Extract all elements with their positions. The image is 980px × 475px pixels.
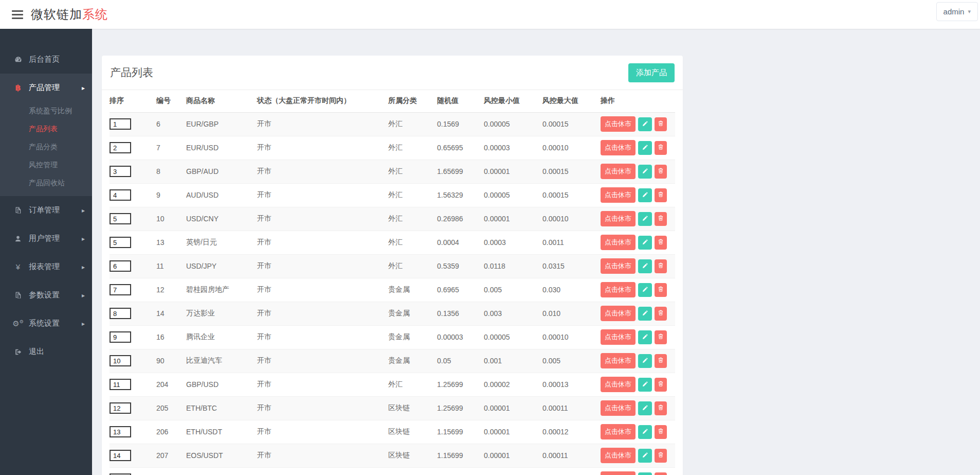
- sort-input[interactable]: [110, 284, 131, 295]
- sort-input[interactable]: [110, 331, 131, 343]
- delete-button[interactable]: [655, 449, 667, 463]
- delete-button[interactable]: [655, 425, 667, 439]
- close-market-button[interactable]: 点击休市: [601, 448, 636, 463]
- edit-button[interactable]: [638, 307, 652, 321]
- menu-toggle-icon[interactable]: [12, 8, 23, 21]
- sort-input[interactable]: [110, 355, 131, 366]
- sidebar-subitem[interactable]: 风控管理: [0, 156, 92, 174]
- sidebar-item[interactable]: 用户管理▸: [0, 224, 92, 253]
- close-market-button[interactable]: 点击休市: [601, 353, 636, 368]
- delete-button[interactable]: [655, 117, 667, 131]
- sidebar-item[interactable]: 后台首页: [0, 45, 92, 74]
- category-cell: 外汇: [388, 112, 437, 136]
- edit-button[interactable]: [638, 117, 652, 131]
- caret-right-icon: ▸: [82, 235, 85, 242]
- delete-button[interactable]: [655, 401, 667, 415]
- sort-input[interactable]: [110, 213, 131, 224]
- edit-button[interactable]: [638, 472, 652, 475]
- random-cell: 1.56329: [437, 183, 484, 207]
- close-market-button[interactable]: 点击休市: [601, 424, 636, 439]
- pencil-icon: [642, 310, 648, 318]
- sort-input[interactable]: [110, 308, 131, 319]
- card-header: 产品列表 添加产品: [102, 56, 683, 90]
- sort-input[interactable]: [110, 166, 131, 177]
- close-market-button[interactable]: 点击休市: [601, 164, 636, 179]
- sort-cell: [110, 444, 156, 467]
- close-market-button[interactable]: 点击休市: [601, 377, 636, 392]
- close-market-button[interactable]: 点击休市: [601, 400, 636, 416]
- delete-button[interactable]: [655, 188, 667, 202]
- edit-button[interactable]: [638, 330, 652, 344]
- trash-icon: [658, 333, 664, 341]
- category-cell: 外汇: [388, 136, 437, 160]
- add-product-button[interactable]: 添加产品: [628, 63, 675, 82]
- close-market-button[interactable]: 点击休市: [601, 116, 636, 132]
- edit-button[interactable]: [638, 401, 652, 415]
- close-market-button[interactable]: 点击休市: [601, 258, 636, 274]
- edit-button[interactable]: [638, 354, 652, 368]
- app-logo[interactable]: 微软链加系统: [31, 6, 108, 23]
- edit-button[interactable]: [638, 449, 652, 463]
- sort-input[interactable]: [110, 379, 131, 390]
- delete-button[interactable]: [655, 141, 667, 155]
- edit-button[interactable]: [638, 212, 652, 226]
- sort-input[interactable]: [110, 450, 131, 461]
- sidebar-item[interactable]: ฿产品管理▸: [0, 74, 92, 102]
- sort-input[interactable]: [110, 237, 131, 248]
- close-market-button[interactable]: 点击休市: [601, 329, 636, 345]
- sidebar-subitem[interactable]: 系统盈亏比例: [0, 102, 92, 120]
- sidebar-item[interactable]: ¥报表管理▸: [0, 253, 92, 281]
- delete-button[interactable]: [655, 283, 667, 297]
- sort-input[interactable]: [110, 142, 131, 153]
- delete-button[interactable]: [655, 165, 667, 179]
- column-header: 排序: [110, 90, 156, 112]
- sidebar-item[interactable]: 参数设置▸: [0, 281, 92, 309]
- user-menu[interactable]: admin ▾: [936, 2, 978, 21]
- main-content: 产品列表 添加产品 排序编号商品名称状态（大盘正常开市时间内）所属分类随机值风控…: [92, 29, 980, 475]
- edit-button[interactable]: [638, 425, 652, 439]
- delete-button[interactable]: [655, 378, 667, 392]
- sort-input[interactable]: [110, 260, 131, 272]
- sort-cell: [110, 160, 156, 183]
- close-market-button[interactable]: 点击休市: [601, 140, 636, 155]
- delete-button[interactable]: [655, 330, 667, 344]
- sort-input[interactable]: [110, 118, 131, 130]
- actions-group: 点击休市: [601, 258, 675, 274]
- id-cell: 14: [156, 302, 186, 325]
- delete-button[interactable]: [655, 236, 667, 250]
- edit-button[interactable]: [638, 141, 652, 155]
- delete-button[interactable]: [655, 212, 667, 226]
- close-market-button[interactable]: 点击休市: [601, 306, 636, 321]
- risk-min-cell: 0.00001: [484, 467, 542, 475]
- name-cell: ETH/BTC: [186, 396, 257, 420]
- sidebar-item[interactable]: 退出: [0, 338, 92, 366]
- delete-button[interactable]: [655, 472, 667, 475]
- close-market-button[interactable]: 点击休市: [601, 282, 636, 297]
- edit-button[interactable]: [638, 283, 652, 297]
- edit-button[interactable]: [638, 378, 652, 392]
- delete-button[interactable]: [655, 354, 667, 368]
- close-market-button[interactable]: 点击休市: [601, 235, 636, 250]
- sidebar-item[interactable]: ⚙⚙系统设置▸: [0, 309, 92, 338]
- sort-input[interactable]: [110, 402, 131, 414]
- edit-button[interactable]: [638, 236, 652, 250]
- close-market-button[interactable]: 点击休市: [601, 471, 636, 475]
- close-market-button[interactable]: 点击休市: [601, 187, 636, 203]
- delete-button[interactable]: [655, 259, 667, 273]
- delete-button[interactable]: [655, 307, 667, 321]
- sort-input[interactable]: [110, 426, 131, 437]
- id-cell: 205: [156, 396, 186, 420]
- status-cell: 开市: [257, 278, 388, 302]
- status-cell: 开市: [257, 112, 388, 136]
- sidebar-subitem[interactable]: 产品列表: [0, 120, 92, 138]
- sort-input[interactable]: [110, 189, 131, 201]
- sort-cell: [110, 112, 156, 136]
- category-cell: 外汇: [388, 160, 437, 183]
- edit-button[interactable]: [638, 165, 652, 179]
- edit-button[interactable]: [638, 188, 652, 202]
- sidebar-item[interactable]: 订单管理▸: [0, 196, 92, 224]
- close-market-button[interactable]: 点击休市: [601, 211, 636, 226]
- sidebar-subitem[interactable]: 产品分类: [0, 138, 92, 156]
- edit-button[interactable]: [638, 259, 652, 273]
- sidebar-subitem[interactable]: 产品回收站: [0, 174, 92, 192]
